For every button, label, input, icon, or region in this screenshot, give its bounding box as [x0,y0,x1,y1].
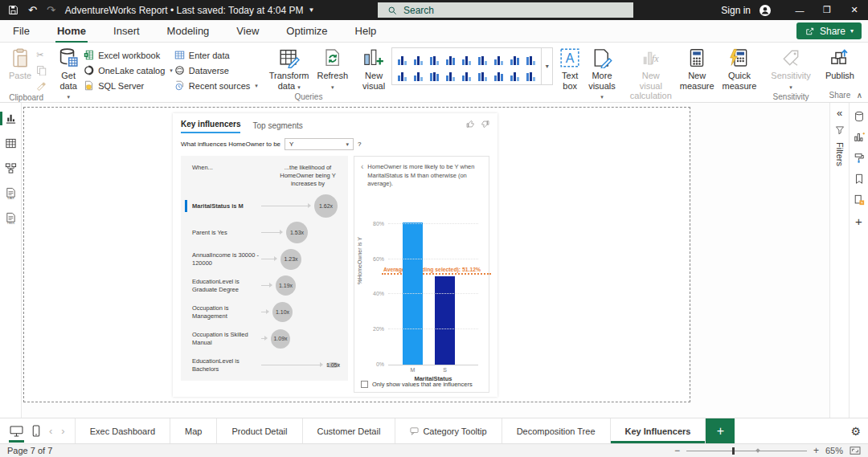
tmdl-view-icon[interactable]: TMDL [0,212,21,224]
menu-home[interactable]: Home [55,22,88,40]
model-view-icon[interactable] [0,162,21,174]
document-title[interactable]: AdventureWorks Report • Last saved: Toda… [65,5,315,16]
tab-top-segments[interactable]: Top segments [252,121,302,133]
add-pane-icon[interactable]: + [855,215,862,227]
sign-in-link[interactable]: Sign in [721,5,751,16]
page-tab-map[interactable]: Map [170,418,217,443]
settings-gear-icon[interactable]: ⚙ [850,418,861,443]
onelake-catalog-item[interactable]: OneLake catalog▾ [84,63,173,78]
recent-sources-item[interactable]: Recent sources▾ [174,78,258,93]
page-tab-key-influencers[interactable]: Key Influencers [611,418,706,443]
cut-icon[interactable]: ✂ [36,47,47,63]
influence-bubble[interactable]: 1.19x [276,275,296,296]
page-tab-exec-dashboard[interactable]: Exec Dashboard [76,418,170,443]
influencer-row[interactable]: Parent is Yes 1.53x [192,219,340,246]
minimize-button[interactable]: — [786,0,813,20]
back-chevron-icon[interactable]: ‹ [361,163,363,189]
mobile-layout-icon[interactable] [32,425,40,437]
page-tab-decomposition-tree[interactable]: Decomposition Tree [502,418,611,443]
report-canvas[interactable]: Key influencers Top segments What influe… [22,103,829,418]
visual-type-icon[interactable] [508,51,522,65]
selection-pane-icon[interactable] [854,194,865,206]
text-box-button[interactable]: A Text box [556,46,583,92]
share-button[interactable]: Share ▾ [796,22,862,39]
undo-icon[interactable]: ↶ [28,5,37,15]
menu-insert[interactable]: Insert [112,22,141,40]
visual-type-icon[interactable] [411,51,425,65]
copy-icon[interactable] [36,63,47,78]
page-tab-customer-detail[interactable]: Customer Detail [303,418,396,443]
zoom-slider[interactable] [686,451,807,451]
bar-maritalstatus-s[interactable] [435,276,455,365]
visual-type-icon[interactable] [492,67,506,81]
bookmark-icon[interactable] [854,173,865,185]
transform-data-button[interactable]: Transform data ▾ [266,46,313,92]
publish-button[interactable]: Publish [822,46,858,83]
visual-type-icon[interactable] [395,67,409,81]
zoom-slider-handle[interactable] [732,447,735,455]
gallery-expand-icon[interactable]: ▾ [541,47,553,85]
build-visual-icon[interactable] [854,132,865,143]
excel-workbook-item[interactable]: Excel workbook [84,47,173,63]
visual-type-icon[interactable] [444,67,457,81]
expand-pane-icon[interactable]: « [837,108,842,118]
zoom-in-icon[interactable]: + [813,446,819,455]
sql-server-item[interactable]: SQL Server [84,78,173,93]
new-page-button[interactable]: + [706,418,735,443]
enter-data-item[interactable]: Enter data [174,47,258,63]
avatar-icon[interactable] [759,4,772,17]
fit-to-page-icon[interactable] [850,446,861,455]
visual-type-icon[interactable] [524,51,538,65]
menu-modeling[interactable]: Modeling [166,22,211,40]
thumbs-down-icon[interactable] [481,120,489,129]
menu-view[interactable]: View [235,22,260,40]
zoom-out-icon[interactable]: − [674,446,680,455]
new-visual-button[interactable]: New visual [359,46,388,92]
visual-type-icon[interactable] [428,67,441,81]
page-selection-outline[interactable]: Key influencers Top segments What influe… [23,107,690,402]
influencer-row[interactable]: EducationLevel is Bachelors 1.05x [192,352,340,378]
tab-key-influencers[interactable]: Key influencers [181,120,240,133]
visual-type-icon[interactable] [476,51,489,65]
dataverse-item[interactable]: Dataverse [174,63,258,78]
influencer-row[interactable]: Occupation is Management 1.10x [192,299,340,325]
visual-type-icon[interactable] [411,67,425,81]
influencer-row[interactable]: EducationLevel is Graduate Degree 1.19x [192,272,340,299]
menu-optimize[interactable]: Optimize [285,22,329,40]
table-view-icon[interactable] [0,137,21,149]
influence-bubble[interactable]: 1.09x [271,329,290,349]
visual-type-icon[interactable] [492,51,506,65]
collapse-ribbon-icon[interactable]: ∧ [857,91,862,100]
visual-type-icon[interactable] [460,67,473,81]
format-pane-icon[interactable] [854,153,865,164]
dax-query-view-icon[interactable]: DAX [0,187,21,199]
filters-pane-label[interactable]: Filters [835,142,845,166]
influencer-row[interactable]: Occupation is Skilled Manual 1.09x [192,325,340,352]
thumbs-up-icon[interactable] [466,120,475,129]
influence-bubble[interactable]: 1.10x [272,302,293,322]
page-tab-category-tooltip[interactable]: Category Tooltip [395,418,502,443]
influencer-row[interactable]: MaritalStatus is M 1.62x [192,193,340,219]
visual-type-icon[interactable] [444,51,457,65]
influence-bubble[interactable]: 1.62x [314,194,338,218]
report-view-icon[interactable] [0,112,21,124]
refresh-button[interactable]: Refresh▾ [314,46,352,92]
visual-type-icon[interactable] [508,67,522,81]
menu-file[interactable]: File [11,22,31,40]
zoom-level[interactable]: 65% [825,446,843,455]
only-influencers-checkbox[interactable] [361,381,368,388]
sensitivity-button[interactable]: Sensitivity▾ [768,46,814,92]
influence-bubble[interactable]: 1.05x [326,362,340,368]
desktop-layout-icon[interactable] [10,426,23,437]
next-page-icon[interactable]: › [61,425,64,437]
more-visuals-button[interactable]: More visuals ▾ [585,46,619,103]
visual-type-icon[interactable] [476,67,489,81]
quick-measure-button[interactable]: Quick measure [719,46,760,92]
menu-help[interactable]: Help [354,22,379,40]
visual-type-icon[interactable] [524,67,538,81]
visual-type-icon[interactable] [428,51,441,65]
visual-type-icon[interactable] [460,51,473,65]
paste-button[interactable]: Paste [6,46,35,83]
page-tab-product-detail[interactable]: Product Detail [217,418,302,443]
search-input[interactable]: Search [378,2,633,18]
